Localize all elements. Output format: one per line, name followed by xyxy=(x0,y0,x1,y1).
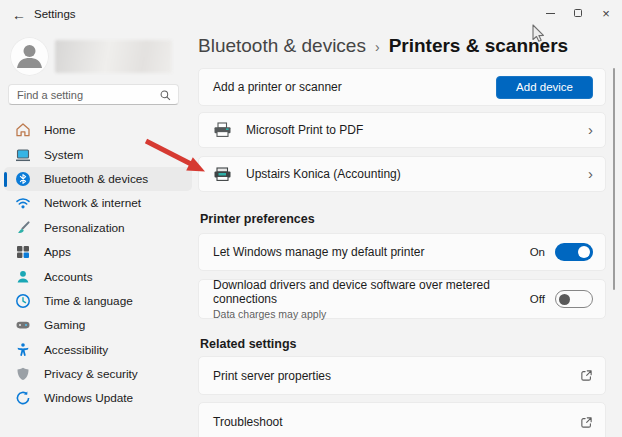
sidebar-item-label: Network & internet xyxy=(44,196,141,210)
default-printer-label: Let Windows manage my default printer xyxy=(213,245,424,259)
home-icon xyxy=(15,122,31,138)
sidebar-item-privacy-security[interactable]: Privacy & security xyxy=(4,362,192,386)
metered-connections-row: Download drivers and device software ove… xyxy=(198,279,606,319)
printer-icon xyxy=(213,166,232,182)
sidebar-item-label: Apps xyxy=(44,245,71,259)
printer-icon xyxy=(213,122,232,138)
default-printer-toggle[interactable] xyxy=(555,243,593,261)
sidebar-item-label: Gaming xyxy=(44,318,85,332)
sidebar-item-windows-update[interactable]: Windows Update xyxy=(4,386,192,410)
sidebar-item-home[interactable]: Home xyxy=(4,118,192,142)
close-icon: × xyxy=(602,7,610,20)
printer-row-pdf[interactable]: Microsoft Print to PDF › xyxy=(198,112,606,148)
sidebar-item-accounts[interactable]: Accounts xyxy=(4,264,192,288)
laptop-icon xyxy=(15,147,31,163)
print-server-properties-row[interactable]: Print server properties xyxy=(198,356,606,395)
sidebar-item-label: Personalization xyxy=(44,221,125,235)
metered-sublabel: Data charges may apply xyxy=(213,308,530,320)
sidebar-item-time-language[interactable]: Time & language xyxy=(4,289,192,313)
chevron-right-icon: › xyxy=(588,122,593,139)
related-settings-heading: Related settings xyxy=(200,337,297,351)
sidebar-item-label: Accessibility xyxy=(44,343,108,357)
sidebar-item-label: Bluetooth & devices xyxy=(44,172,148,186)
accessibility-person-icon xyxy=(15,342,31,358)
window-title: Settings xyxy=(34,8,76,20)
sidebar-item-label: Windows Update xyxy=(44,391,133,405)
update-arrows-icon xyxy=(15,390,31,406)
titlebar: ← Settings × xyxy=(0,0,622,30)
breadcrumb-parent[interactable]: Bluetooth & devices xyxy=(198,35,366,57)
troubleshoot-row[interactable]: Troubleshoot xyxy=(198,402,606,437)
page-title: Printers & scanners xyxy=(389,35,569,57)
minimize-button[interactable] xyxy=(536,0,564,26)
wifi-icon xyxy=(15,195,31,211)
external-link-icon xyxy=(580,369,593,382)
apps-grid-icon xyxy=(15,244,31,260)
printer-row-konica[interactable]: Upstairs Konica (Accounting) › xyxy=(198,156,606,192)
breadcrumb-separator-icon: › xyxy=(375,38,380,55)
print-server-properties-label: Print server properties xyxy=(213,369,331,383)
default-printer-row: Let Windows manage my default printer On xyxy=(198,233,606,271)
sidebar-item-accessibility[interactable]: Accessibility xyxy=(4,338,192,362)
back-icon[interactable]: ← xyxy=(8,5,30,25)
sidebar-item-label: Home xyxy=(44,123,75,137)
person-icon xyxy=(10,37,49,76)
chevron-right-icon: › xyxy=(588,166,593,183)
bluetooth-icon xyxy=(15,171,31,187)
sidebar-item-system[interactable]: System xyxy=(4,142,192,166)
clock-globe-icon xyxy=(15,293,31,309)
search-box[interactable] xyxy=(8,84,179,105)
breadcrumb: Bluetooth & devices › Printers & scanner… xyxy=(198,33,568,59)
sidebar-item-personalization[interactable]: Personalization xyxy=(4,216,192,240)
toggle-knob xyxy=(559,294,570,305)
toggle-state-label: On xyxy=(530,246,545,258)
maximize-icon xyxy=(574,9,582,17)
toggle-knob xyxy=(578,246,590,258)
search-input[interactable] xyxy=(9,86,149,105)
sidebar-item-apps[interactable]: Apps xyxy=(4,240,192,264)
printer-preferences-heading: Printer preferences xyxy=(200,212,315,226)
maximize-button[interactable] xyxy=(564,0,592,26)
sidebar-nav: Home System Bluetooth & devices Network … xyxy=(4,118,192,411)
brush-icon xyxy=(15,220,31,236)
scrollbar[interactable] xyxy=(613,68,615,290)
add-device-button[interactable]: Add device xyxy=(496,76,593,99)
sidebar-item-label: Accounts xyxy=(44,270,93,284)
sidebar-item-label: Time & language xyxy=(44,294,133,308)
minimize-icon xyxy=(546,13,555,14)
metered-label: Download drivers and device software ove… xyxy=(213,278,530,306)
metered-toggle[interactable] xyxy=(555,290,593,308)
close-button[interactable]: × xyxy=(592,0,620,26)
shield-icon xyxy=(15,366,31,382)
add-printer-row: Add a printer or scanner Add device xyxy=(198,68,606,106)
sidebar-item-label: System xyxy=(44,148,83,162)
printer-name: Upstairs Konica (Accounting) xyxy=(246,167,401,181)
sidebar: Home System Bluetooth & devices Network … xyxy=(0,30,196,437)
user-name-redacted xyxy=(55,40,172,73)
accounts-person-icon xyxy=(15,269,31,285)
window-controls: × xyxy=(536,0,620,26)
add-printer-label: Add a printer or scanner xyxy=(213,80,342,94)
sidebar-item-bluetooth-devices[interactable]: Bluetooth & devices xyxy=(4,167,192,191)
external-link-icon xyxy=(580,416,593,429)
sidebar-item-network-internet[interactable]: Network & internet xyxy=(4,191,192,215)
search-icon xyxy=(160,90,171,101)
game-controller-icon xyxy=(15,317,31,333)
troubleshoot-label: Troubleshoot xyxy=(213,415,283,429)
printer-name: Microsoft Print to PDF xyxy=(246,123,363,137)
toggle-state-label: Off xyxy=(530,293,545,305)
sidebar-item-gaming[interactable]: Gaming xyxy=(4,313,192,337)
avatar[interactable] xyxy=(10,37,49,76)
sidebar-item-label: Privacy & security xyxy=(44,367,138,381)
